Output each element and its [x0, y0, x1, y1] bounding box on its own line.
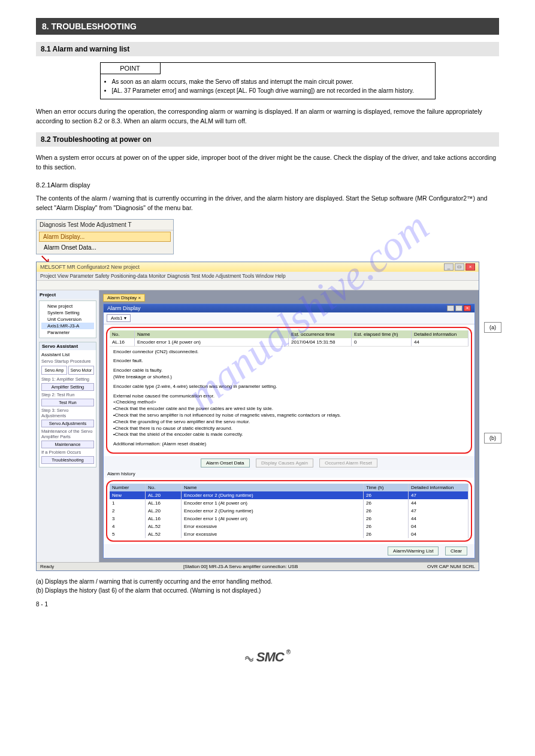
step-label: Step 1: Amplifier Setting — [41, 377, 94, 382]
occurred-alarm-reset-button: Occurred Alarm Reset — [319, 459, 377, 467]
hist-row[interactable]: 5AL.52Error excessive2604 — [110, 530, 468, 538]
alarm-description: Encoder connector (CN2) disconnected. En… — [110, 346, 468, 450]
tree-root[interactable]: New project — [41, 303, 94, 309]
chapter-heading: 8. TROUBLESHOOTING — [36, 18, 499, 35]
footnote-b: (b) Displays the history (last 6) of the… — [36, 586, 499, 595]
axis-selector[interactable]: Axis1 ▾ — [107, 314, 131, 322]
display-causes-button: Display Causes Again — [256, 459, 313, 467]
test-run-button[interactable]: Test Run — [41, 399, 94, 406]
col-detailed: Detailed information — [412, 330, 468, 338]
point-item: [AL. 37 Parameter error] and warnings (e… — [112, 87, 430, 96]
point-box: POINT As soon as an alarm occurs, make t… — [100, 62, 436, 99]
status-mid: [Station 00] MR-J3-A Servo amplifier con… — [183, 564, 298, 569]
menu-alarm-display[interactable]: Alarm Display... — [39, 232, 171, 242]
col-no: No. — [110, 330, 135, 338]
current-alarm-region: No. Name Est. occurrence time Est. elaps… — [106, 327, 472, 454]
point-item: As soon as an alarm occurs, make the Ser… — [112, 78, 430, 87]
col-name: Name — [135, 330, 289, 338]
callout-a: (a) — [484, 322, 501, 333]
menu-alarm-onset[interactable]: Alarm Onset Data... — [39, 243, 171, 252]
alarm-warning-list-button[interactable]: Alarm/Warning List — [388, 546, 439, 555]
maint-label: Maintenance of the Servo Amplifier Parts — [41, 429, 94, 439]
minimize-button[interactable]: _ — [444, 263, 454, 271]
subsection-title: 8.2.1Alarm display — [36, 181, 499, 189]
dialog-title: Alarm Display — [107, 305, 141, 311]
close-button[interactable]: × — [466, 263, 475, 271]
tree-item[interactable]: Unit Conversion — [41, 316, 94, 323]
app-menubar[interactable]: Project View Parameter Safety Positionin… — [37, 272, 479, 281]
maximize-button[interactable]: ▭ — [455, 263, 464, 271]
section1-body: When an error occurs during the operatio… — [36, 107, 499, 126]
hist-col-name: Name — [182, 484, 364, 491]
project-tree[interactable]: New project System Setting Unit Conversi… — [39, 300, 96, 338]
smc-logo: SMC® — [36, 649, 499, 665]
clear-button[interactable]: Clear — [445, 546, 467, 555]
hist-row[interactable]: 2AL.20Encoder error 2 (During runtime)26… — [110, 507, 468, 515]
dialog-min-icon[interactable]: _ — [447, 305, 454, 311]
assistant-title: Servo Assistant — [40, 342, 96, 350]
dialog-close-icon[interactable]: × — [464, 305, 471, 311]
alarm-history-label: Alarm history — [104, 470, 474, 478]
hist-row[interactable]: NewAL.20Encoder error 2 (During runtime)… — [110, 491, 468, 499]
app-window: MELSOFT MR Configurator2 New project _ ▭… — [36, 262, 479, 571]
project-panel-title: Project — [37, 291, 98, 299]
troubleshooting-button[interactable]: Troubleshooting — [41, 456, 94, 464]
hist-col-no: No. — [146, 484, 182, 491]
hist-row[interactable]: 4AL.52Error excessive2604 — [110, 523, 468, 530]
tree-item[interactable]: System Setting — [41, 309, 94, 316]
servo-adjustments-button[interactable]: Servo Adjustments — [41, 420, 94, 427]
hist-col-time: Time (h) — [364, 484, 409, 491]
alarm-elapsed: 0 — [352, 338, 412, 346]
section2-body: When a system error occurs at power on o… — [36, 153, 499, 172]
tree-item[interactable]: Parameter — [41, 329, 94, 336]
assistant-list-label: Assistant List — [41, 352, 94, 357]
section1-title: 8.1 Alarm and warning list — [36, 42, 499, 56]
col-occurrence: Est. occurrence time — [289, 330, 352, 338]
app-title: MELSOFT MR Configurator2 New project — [40, 264, 140, 270]
amplifier-setting-button[interactable]: Amplifier Setting — [41, 383, 94, 391]
app-toolbar[interactable] — [37, 281, 479, 290]
alarm-history-region: Number No. Name Time (h) Detailed inform… — [106, 480, 472, 542]
menubar-fragment: Diagnosis Test Mode Adjustment T Alarm D… — [36, 219, 174, 254]
menubar-tabs: Diagnosis Test Mode Adjustment T — [37, 220, 173, 230]
dialog-max-icon[interactable]: ▭ — [455, 305, 463, 311]
diagram-servo-amp: Servo Amp — [41, 366, 67, 375]
footnote-a: (a) Displays the alarm / warning that is… — [36, 577, 499, 586]
hist-row[interactable]: 1AL.16Encoder error 1 (At power on)2644 — [110, 499, 468, 507]
hist-col-number: Number — [110, 484, 146, 491]
problem-label: If a Problem Occurs — [41, 450, 94, 455]
tab-alarm-display[interactable]: Alarm Display × — [103, 294, 145, 302]
subsection-body: The contents of the alarm / warning that… — [36, 193, 499, 213]
status-left: Ready — [40, 564, 54, 569]
callout-b: (b) — [484, 433, 501, 444]
alarm-occ-time: 2017/04/04 15:31:58 — [289, 338, 352, 346]
wave-icon — [244, 652, 254, 662]
alarm-detailed: 44 — [412, 338, 468, 346]
alarm-onset-data-button[interactable]: Alarm Onset Data — [201, 459, 250, 467]
diagram-servo-motor: Servo Motor — [68, 366, 94, 375]
page-number: 8 - 1 — [36, 601, 499, 608]
col-elapsed: Est. elapsed time (h) — [352, 330, 412, 338]
hist-row[interactable]: 3AL.16Encoder error 1 (At power on)2644 — [110, 515, 468, 523]
step-label: Step 3: Servo Adjustments — [41, 408, 94, 418]
maintenance-button[interactable]: Maintenance — [41, 441, 94, 448]
step-label: Step 2: Test Run — [41, 392, 94, 397]
hist-col-det: Detailed information — [409, 484, 468, 491]
section2-title: 8.2 Troubleshooting at power on — [36, 132, 499, 147]
tree-item-selected[interactable]: Axis1:MR-J3-A — [41, 323, 94, 329]
status-right: OVR CAP NUM SCRL — [427, 564, 475, 569]
alarm-name: Encoder error 1 (At power on) — [135, 338, 289, 346]
point-label: POINT — [101, 63, 161, 74]
startup-procedure: Servo Startup Procedure — [41, 359, 94, 364]
alarm-no: AL.16 — [110, 338, 135, 346]
